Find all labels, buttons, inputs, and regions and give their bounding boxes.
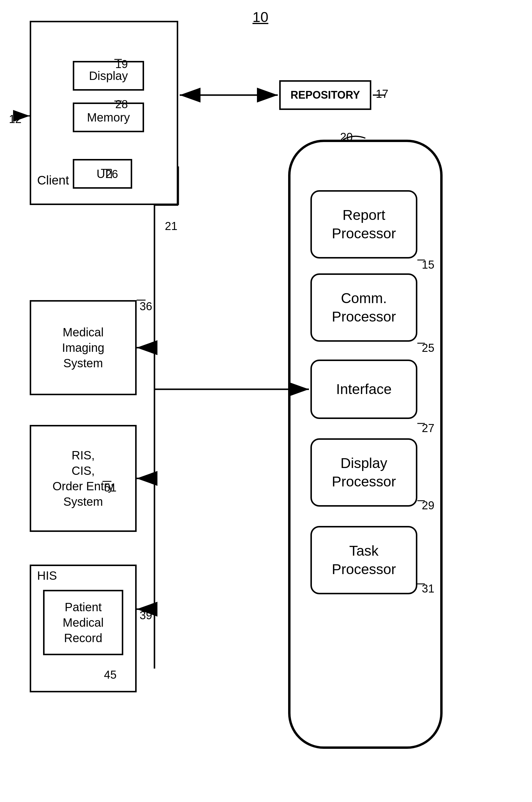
report-processor-box: ReportProcessor: [310, 190, 417, 259]
pmr-ref1: 39: [139, 609, 152, 622]
interface-label: Interface: [336, 380, 392, 398]
report-processor-label: ReportProcessor: [332, 206, 396, 243]
task-processor-label: TaskProcessor: [332, 542, 396, 579]
his-box: HIS PatientMedicalRecord: [30, 564, 137, 692]
memory-ref: 28: [115, 98, 128, 111]
diagram-container: 10 Client Device1 Display Memory UI 19 2…: [0, 0, 532, 802]
display-ref: 19: [115, 58, 128, 71]
pmr-ref2: 45: [104, 669, 116, 682]
comm-processor-label: Comm.Processor: [332, 289, 396, 326]
client-device-ref: 12: [9, 113, 21, 126]
his-label: HIS: [37, 569, 57, 582]
memory-box: Memory: [73, 102, 144, 132]
client-device-box: Client Device1 Display Memory UI: [30, 21, 178, 205]
comm-processor-box: Comm.Processor: [310, 273, 417, 342]
display-processor-box: DisplayProcessor: [310, 438, 417, 507]
medical-imaging-system-label: MedicalImagingSystem: [62, 324, 104, 371]
medical-imaging-system-box: MedicalImagingSystem: [30, 300, 137, 395]
report-processor-ref: 15: [422, 259, 434, 271]
task-processor-ref: 31: [422, 582, 434, 595]
task-processor-box: TaskProcessor: [310, 526, 417, 594]
interface-box: Interface: [310, 359, 417, 419]
ui-box: UI: [73, 159, 132, 189]
ui-ref: 26: [106, 168, 118, 181]
repository-ref: 17: [376, 88, 388, 100]
comm-processor-ref: 25: [422, 342, 434, 354]
display-box: Display: [73, 61, 144, 91]
title-ref: 10: [252, 9, 268, 25]
interface-ref: 27: [422, 422, 434, 435]
ris-cis-label: RIS,CIS,Order EntrySystem: [53, 448, 114, 509]
connection-ref: 21: [165, 220, 177, 233]
memory-label: Memory: [87, 110, 130, 125]
repository-label: REPOSITORY: [290, 88, 360, 102]
ris-cis-ref: 51: [104, 481, 116, 494]
patient-medical-record-box: PatientMedicalRecord: [43, 590, 123, 655]
repository-box: REPOSITORY: [279, 80, 371, 110]
mis-ref: 36: [139, 300, 152, 313]
patient-medical-record-label: PatientMedicalRecord: [63, 599, 104, 646]
server-ref: 20: [340, 131, 353, 144]
display-processor-ref: 29: [422, 499, 434, 512]
display-processor-label: DisplayProcessor: [332, 454, 396, 491]
ris-cis-box: RIS,CIS,Order EntrySystem: [30, 425, 137, 532]
